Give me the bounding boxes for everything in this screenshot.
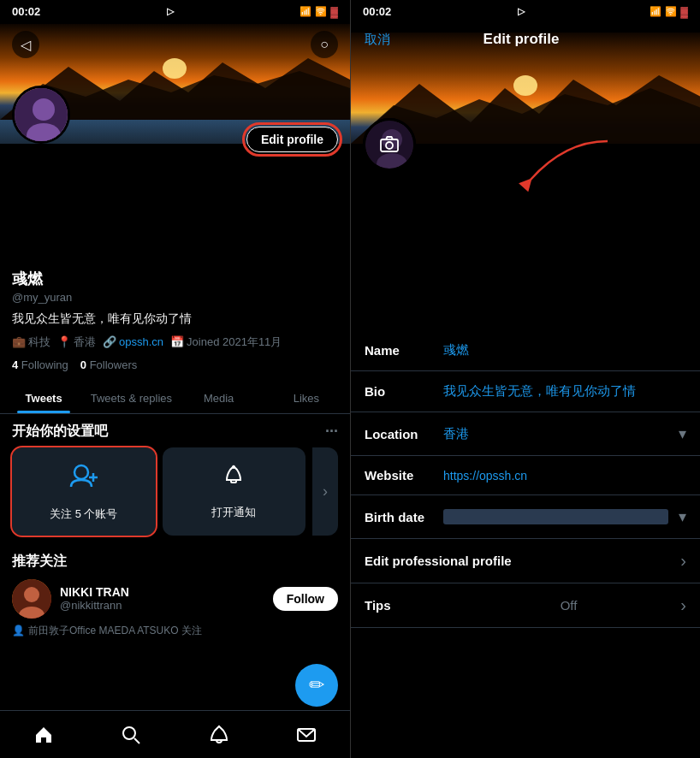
meta-work: 💼 科技	[12, 335, 50, 350]
bio-field[interactable]: Bio 我见众生皆无意，唯有见你动了情	[351, 371, 700, 412]
nikki-avatar-art	[12, 579, 51, 619]
svg-point-26	[386, 142, 393, 149]
tab-tweets-replies[interactable]: Tweets & replies	[87, 382, 175, 413]
calendar-icon: 📅	[170, 335, 184, 348]
svg-line-16	[134, 738, 139, 743]
display-name: 彧燃	[12, 269, 338, 289]
location-arrow: ▾	[679, 424, 686, 443]
right-panel: 00:02 ▷ 📶 🛜 ▓ 取消 Edit profile	[350, 0, 700, 758]
recommend-heading: 推荐关注	[12, 553, 338, 571]
location-value: 香港	[443, 426, 668, 442]
name-value: 彧燃	[443, 342, 686, 358]
cancel-button[interactable]: 取消	[365, 32, 390, 48]
rec-handle: @nikkittrann	[60, 599, 264, 612]
avatar-art	[15, 86, 68, 144]
mutual-follow: 👤 前田敦子Office MAEDA ATSUKO 关注	[12, 624, 338, 638]
signal-icon: 📶	[300, 6, 311, 17]
left-status-icons: 📶 🛜 ▓	[300, 6, 338, 18]
meta-joined: 📅 Joined 2021年11月	[170, 335, 282, 350]
follow-accounts-label: 关注 5 个账号	[50, 506, 117, 522]
edit-form: Name 彧燃 Bio 我见众生皆无意，唯有见你动了情 Location 香港 …	[351, 330, 700, 628]
suggestion-section: 开始你的设置吧 ··· 关注 5 个账号	[0, 414, 350, 544]
profile-info: 彧燃 @my_yuran 我见众生皆无意，唯有见你动了情 💼 科技 📍 香港 🔗…	[0, 229, 350, 371]
briefcase-icon: 💼	[12, 335, 26, 348]
avatar-camera-button[interactable]	[363, 118, 416, 171]
avatar-image	[15, 88, 68, 141]
right-status-icons: 📶 🛜 ▓	[650, 6, 688, 18]
rec-avatar	[12, 579, 51, 619]
notification-label: 打开通知	[211, 505, 256, 520]
bio: 我见众生皆无意，唯有见你动了情	[12, 311, 338, 328]
follow-button[interactable]: Follow	[273, 587, 338, 611]
follow-accounts-card[interactable]: 关注 5 个账号	[12, 447, 156, 536]
svg-point-13	[24, 587, 39, 602]
svg-rect-10	[231, 480, 236, 483]
search-button[interactable]: ○	[311, 31, 338, 58]
nav-notifications[interactable]	[198, 714, 240, 756]
back-button[interactable]: ◁	[12, 31, 39, 58]
tab-tweets[interactable]: Tweets	[0, 382, 87, 413]
follow-count: 4 Following 0 Followers	[12, 358, 338, 371]
location-label: Location	[365, 427, 433, 441]
followers-stat[interactable]: 0 Followers	[80, 358, 137, 371]
nav-search[interactable]	[110, 714, 152, 756]
wifi-icon: 🛜	[315, 6, 327, 17]
name-field[interactable]: Name 彧燃	[351, 330, 700, 371]
signal-icon-right: 📶	[650, 6, 661, 17]
bell-icon	[220, 463, 247, 496]
bell-nav-icon	[209, 725, 229, 745]
tips-arrow: ›	[680, 595, 686, 615]
battery-icon: ▓	[330, 6, 338, 18]
search-icon	[121, 725, 141, 745]
tab-media[interactable]: Media	[175, 382, 263, 413]
following-stat[interactable]: 4 Following	[12, 358, 68, 371]
person-add-icon	[68, 461, 99, 498]
compose-button[interactable]: ✏	[295, 664, 338, 707]
birthdate-label: Birth date	[365, 510, 433, 524]
more-options-button[interactable]: ···	[325, 423, 338, 441]
svg-point-11	[232, 465, 235, 469]
edit-profile-button[interactable]: Edit profile	[246, 127, 338, 152]
mail-icon	[296, 725, 317, 745]
username: @my_yuran	[12, 291, 338, 304]
home-icon	[33, 725, 54, 745]
svg-point-5	[33, 98, 55, 121]
svg-point-19	[513, 75, 537, 96]
svg-point-7	[74, 465, 88, 479]
suggestion-heading: 开始你的设置吧	[12, 423, 108, 441]
camera-icon	[379, 134, 400, 155]
website-field[interactable]: Website https://opssh.cn	[351, 456, 700, 495]
left-time: 00:02	[12, 5, 40, 18]
rec-name: NIKKI TRAN	[60, 585, 264, 599]
action-cards: 关注 5 个账号 打开通知 ›	[12, 447, 338, 536]
notification-card[interactable]: 打开通知	[163, 447, 306, 536]
tab-likes[interactable]: Likes	[263, 382, 350, 413]
location-field[interactable]: Location 香港 ▾	[351, 412, 700, 456]
birthdate-arrow: ▾	[679, 507, 686, 526]
svg-point-15	[123, 727, 135, 739]
nav-home[interactable]	[22, 714, 65, 756]
bottom-nav	[0, 710, 350, 758]
link-icon: 🔗	[103, 335, 116, 348]
birthdate-value	[443, 509, 668, 524]
avatar	[12, 86, 70, 144]
birthdate-field[interactable]: Birth date ▾	[351, 495, 700, 539]
nav-messages[interactable]	[285, 714, 328, 756]
location-icon: 📍	[57, 335, 71, 348]
tips-field[interactable]: Tips Off ›	[351, 583, 700, 628]
left-panel: 00:02 ▷ 📶 🛜 ▓	[0, 0, 350, 758]
website-label: Website	[365, 468, 433, 483]
profile-tabs: Tweets Tweets & replies Media Likes	[0, 382, 350, 414]
meta-website: 🔗 opssh.cn	[103, 335, 163, 348]
bio-label: Bio	[365, 384, 433, 399]
right-status-bar: 00:02 ▷ 📶 🛜 ▓	[351, 0, 700, 23]
tips-label: Tips	[365, 598, 433, 613]
right-time: 00:02	[363, 5, 391, 18]
top-nav: ◁ ○	[0, 24, 350, 65]
professional-arrow: ›	[680, 551, 686, 571]
card-overflow: ›	[312, 447, 338, 536]
left-status-bar: 00:02 ▷ 📶 🛜 ▓	[0, 0, 350, 23]
professional-profile-field[interactable]: Edit professional profile ›	[351, 539, 700, 583]
professional-label: Edit professional profile	[365, 554, 670, 568]
name-label: Name	[365, 343, 433, 358]
